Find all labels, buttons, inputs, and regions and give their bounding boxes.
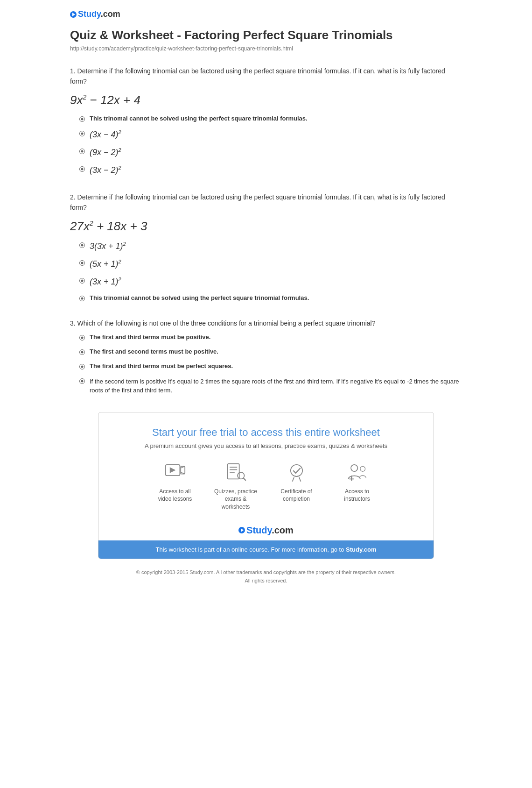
radio-button[interactable] [79, 242, 85, 248]
cta-logo-text: Study.com [246, 525, 294, 536]
cta-logo-icon [238, 527, 245, 533]
cta-bottom-text: This worksheet is part of an online cour… [155, 546, 344, 553]
footer-line2: All rights reserved. [70, 577, 462, 585]
footer-line1: © copyright 2003-2015 Study.com. All oth… [70, 568, 462, 577]
list-item[interactable]: (3x − 2)2 [79, 165, 462, 175]
option-label: This trinomal cannot be solved using the… [90, 115, 308, 122]
option-label: The first and third terms must be positi… [90, 334, 210, 341]
cta-title: Start your free trial to access this ent… [117, 426, 415, 439]
svg-point-15 [360, 466, 365, 471]
svg-point-14 [351, 464, 357, 471]
list-item[interactable]: (5x + 1)2 [79, 259, 462, 269]
radio-button[interactable] [79, 378, 85, 384]
radio-button[interactable] [79, 364, 85, 369]
instructors-icon-box [343, 461, 371, 484]
radio-button[interactable] [79, 166, 85, 172]
video-icon [165, 463, 186, 482]
radio-button[interactable] [79, 349, 85, 355]
list-item[interactable]: This trinomal cannot be solved using the… [79, 115, 462, 122]
question-3-text: 3. Which of the following is not one of … [70, 318, 462, 328]
radio-button[interactable] [79, 116, 85, 122]
page-url: http://study.com/academy/practice/quiz-w… [70, 45, 462, 52]
question-2-options: 3(3x + 1)2 (5x + 1)2 (3x + 1)2 This trin… [70, 241, 462, 301]
question-2-expression: 27x2 + 18x + 3 [70, 218, 462, 234]
list-item[interactable]: (3x − 4)2 [79, 129, 462, 140]
option-label: The first and third terms must be perfec… [90, 362, 233, 369]
svg-line-10 [243, 478, 245, 480]
option-label: (3x + 1)2 [90, 277, 121, 287]
svg-point-11 [290, 464, 302, 476]
svg-rect-16 [351, 476, 352, 481]
list-item[interactable]: The first and third terms must be positi… [79, 334, 462, 341]
quizzes-icon-box [222, 461, 250, 484]
logo-text: Study.com [78, 9, 120, 19]
radio-button[interactable] [79, 278, 85, 284]
svg-marker-1 [169, 467, 175, 473]
option-label: The first and second terms must be posit… [90, 348, 218, 355]
radio-button[interactable] [79, 131, 85, 136]
question-3-options: The first and third terms must be positi… [70, 334, 462, 395]
feature-instructors-label: Access toinstructors [344, 488, 370, 504]
question-1-options: This trinomal cannot be solved using the… [70, 115, 462, 175]
feature-certificate: Certificate ofcompletion [273, 461, 320, 511]
cta-bottom-link[interactable]: Study.com [346, 546, 377, 553]
question-1-expression: 9x2 − 12x + 4 [70, 92, 462, 108]
question-3: 3. Which of the following is not one of … [70, 318, 462, 395]
cta-study-logo: Study.com [238, 525, 294, 536]
question-1: 1. Determine if the following trinomial … [70, 66, 462, 175]
feature-instructors: Access toinstructors [334, 461, 380, 511]
quizzes-icon [225, 463, 246, 482]
cta-logo-row: Study.com [117, 520, 415, 540]
option-label: If the second term is positive it's equa… [90, 377, 462, 395]
cta-features: Access to allvideo lessons Quizzes, prac… [117, 461, 415, 511]
option-label: (3x − 4)2 [90, 129, 121, 140]
list-item[interactable]: If the second term is positive it's equa… [79, 377, 462, 395]
certificate-icon-box [282, 461, 310, 484]
feature-quizzes-label: Quizzes, practiceexams & worksheets [212, 488, 259, 511]
certificate-icon [286, 463, 307, 482]
option-label: (5x + 1)2 [90, 259, 121, 269]
question-1-text: 1. Determine if the following trinomial … [70, 66, 462, 87]
footer: © copyright 2003-2015 Study.com. All oth… [70, 568, 462, 585]
feature-quizzes: Quizzes, practiceexams & worksheets [212, 461, 259, 511]
option-label: (9x − 2)2 [90, 147, 121, 157]
list-item[interactable]: (9x − 2)2 [79, 147, 462, 157]
list-item[interactable]: (3x + 1)2 [79, 277, 462, 287]
question-2-text: 2. Determine if the following trinomial … [70, 192, 462, 213]
radio-button[interactable] [79, 149, 85, 154]
svg-line-12 [292, 477, 294, 481]
cta-subtitle: A premium account gives you access to al… [117, 442, 415, 449]
svg-line-13 [299, 477, 301, 481]
feature-video: Access to allvideo lessons [152, 461, 198, 511]
list-item[interactable]: 3(3x + 1)2 [79, 241, 462, 251]
radio-button[interactable] [79, 296, 85, 301]
radio-button[interactable] [79, 260, 85, 266]
feature-video-label: Access to allvideo lessons [158, 488, 192, 504]
logo-icon [70, 11, 77, 18]
list-item[interactable]: This trinomial cannot be solved using th… [79, 294, 462, 301]
logo: Study.com [70, 9, 462, 19]
video-icon-box [161, 461, 189, 484]
option-label: This trinomial cannot be solved using th… [90, 294, 309, 301]
option-label: (3x − 2)2 [90, 165, 121, 175]
list-item[interactable]: The first and third terms must be perfec… [79, 362, 462, 369]
list-item[interactable]: The first and second terms must be posit… [79, 348, 462, 355]
option-label: 3(3x + 1)2 [90, 241, 126, 251]
question-2: 2. Determine if the following trinomial … [70, 192, 462, 301]
instructors-icon [347, 463, 368, 482]
page-title: Quiz & Worksheet - Factoring Perfect Squ… [70, 28, 462, 43]
radio-button[interactable] [79, 335, 85, 341]
feature-certificate-label: Certificate ofcompletion [280, 488, 312, 504]
cta-box: Start your free trial to access this ent… [98, 412, 434, 559]
cta-bottom-bar: This worksheet is part of an online cour… [98, 540, 434, 559]
